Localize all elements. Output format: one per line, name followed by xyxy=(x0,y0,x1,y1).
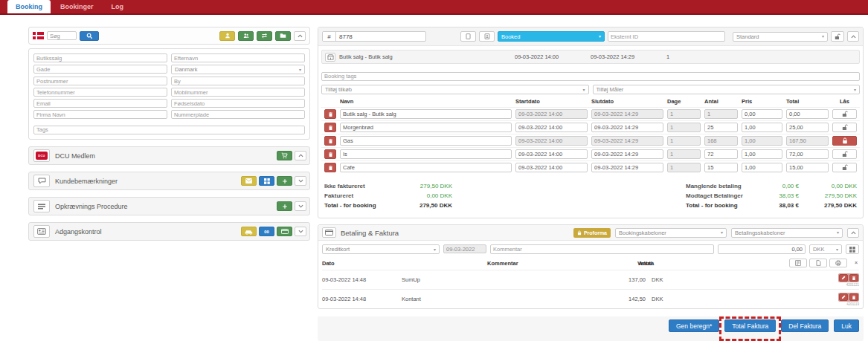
item-pris-input[interactable] xyxy=(742,123,782,132)
unlock-item-button[interactable] xyxy=(832,149,857,159)
collapse-booking-button[interactable] xyxy=(847,31,859,42)
item-pris-input[interactable] xyxy=(742,136,782,146)
status-select[interactable]: Booked▾ xyxy=(498,31,605,42)
tab-booking[interactable]: Booking xyxy=(7,0,51,13)
delete-item-button[interactable] xyxy=(324,123,336,132)
del-faktura-button[interactable]: Del Faktura xyxy=(781,319,829,332)
foedselsdato-field[interactable] xyxy=(171,99,305,108)
gen-beregn-button[interactable]: Gen beregn* xyxy=(669,319,719,332)
booking-tags-input[interactable] xyxy=(321,72,860,81)
item-pris-input[interactable] xyxy=(742,163,782,172)
item-antal-input[interactable] xyxy=(704,109,738,119)
folder-button[interactable] xyxy=(275,31,291,41)
postnummer-field[interactable] xyxy=(33,77,167,85)
efternavn-field[interactable] xyxy=(171,53,305,62)
section-kundebemaerkninger[interactable]: Kundebemærkninger xyxy=(28,172,310,190)
delete-payment-button[interactable] xyxy=(849,293,858,301)
item-start-input[interactable] xyxy=(515,163,588,172)
item-end-input[interactable] xyxy=(591,109,663,119)
item-antal-input[interactable] xyxy=(704,123,738,132)
unlock-item-button[interactable] xyxy=(832,109,857,119)
user-button[interactable] xyxy=(219,31,235,41)
bookingskabeloner-select[interactable]: Bookingskabeloner▾ xyxy=(615,228,727,238)
edit-payment-button[interactable] xyxy=(839,274,848,282)
item-end-input[interactable] xyxy=(591,163,663,172)
item-total-input[interactable] xyxy=(786,109,829,119)
print-button[interactable] xyxy=(829,259,847,267)
email-field[interactable] xyxy=(33,99,167,108)
section-dcu-medlem[interactable]: DCU DCU Medlem xyxy=(28,146,310,165)
card-terminal-button[interactable] xyxy=(789,259,807,267)
payment-amount-input[interactable] xyxy=(718,244,806,254)
betalingsskabeloner-select[interactable]: Betalingsskabeloner▾ xyxy=(731,228,843,238)
add-note-button[interactable] xyxy=(277,176,292,186)
tab-bookinger[interactable]: Bookinger xyxy=(52,0,102,13)
search-button[interactable] xyxy=(80,31,99,41)
item-total-input[interactable] xyxy=(786,149,829,159)
collapse-dcu-button[interactable] xyxy=(295,151,306,160)
item-total-input[interactable] xyxy=(786,163,829,172)
item-pris-input[interactable] xyxy=(742,149,782,159)
unlock-item-button[interactable] xyxy=(832,163,857,172)
item-pris-input[interactable] xyxy=(742,109,782,119)
lock-booking-button[interactable] xyxy=(831,31,844,42)
luk-button[interactable]: Luk xyxy=(834,319,859,332)
tags-field[interactable] xyxy=(33,126,305,134)
item-dage-input[interactable] xyxy=(667,123,701,132)
keypad-button[interactable] xyxy=(846,244,859,254)
eksternt-id-input[interactable] xyxy=(608,31,725,42)
collapse-search-button[interactable] xyxy=(294,31,306,41)
add-maaler-select[interactable]: Tilføj Måler▾ xyxy=(593,85,861,94)
currency-select[interactable]: DKK▾ xyxy=(809,244,842,254)
collapse-payment-button[interactable] xyxy=(847,228,859,238)
item-dage-input[interactable] xyxy=(667,163,701,172)
delete-item-button[interactable] xyxy=(324,109,336,119)
code-button[interactable]: 00 xyxy=(259,227,274,236)
delete-item-button[interactable] xyxy=(324,149,336,159)
customer-search-input[interactable] xyxy=(47,31,77,40)
close-column-icon[interactable]: × xyxy=(855,260,858,265)
document-button[interactable] xyxy=(809,259,827,267)
telefonnummer-field[interactable] xyxy=(33,88,167,97)
nummerplade-field[interactable] xyxy=(171,110,305,119)
item-dage-input[interactable] xyxy=(667,149,701,159)
transfer-button[interactable] xyxy=(257,31,272,41)
member-button[interactable] xyxy=(238,31,254,41)
land-select[interactable]: Danmark▾ xyxy=(171,65,305,74)
tab-log[interactable]: Log xyxy=(103,0,132,13)
item-start-input[interactable] xyxy=(515,123,588,132)
item-antal-input[interactable] xyxy=(704,149,738,159)
edit-payment-button[interactable] xyxy=(839,293,848,301)
keycard-button[interactable] xyxy=(277,227,292,236)
add-procedure-button[interactable] xyxy=(277,201,292,211)
lock-item-button[interactable] xyxy=(832,136,857,146)
payment-date-input[interactable] xyxy=(443,244,486,253)
by-field[interactable] xyxy=(171,77,305,85)
note-button[interactable] xyxy=(241,176,257,186)
contact-button[interactable] xyxy=(479,31,495,42)
item-dage-input[interactable] xyxy=(667,136,701,146)
item-start-input[interactable] xyxy=(515,149,588,159)
item-name-input[interactable] xyxy=(340,109,512,119)
mobilnummer-field[interactable] xyxy=(171,88,305,97)
section-opkraevnings-procedure[interactable]: Opkrævnings Procedure xyxy=(28,197,310,215)
expand-adgang-button[interactable] xyxy=(295,227,306,236)
section-adgangskontrol[interactable]: Adgangskontrol 00 xyxy=(28,222,310,241)
item-antal-input[interactable] xyxy=(704,163,738,172)
item-end-input[interactable] xyxy=(591,149,663,159)
add-tilkoeb-select[interactable]: Tilføj tilkøb▾ xyxy=(321,85,589,94)
item-start-input[interactable] xyxy=(515,136,588,146)
total-faktura-button[interactable]: Total Faktura xyxy=(724,319,776,332)
expand-kunde-button[interactable] xyxy=(295,176,306,186)
item-total-input[interactable] xyxy=(786,123,829,132)
car-button[interactable] xyxy=(241,227,257,236)
item-name-input[interactable] xyxy=(340,163,512,172)
item-name-input[interactable] xyxy=(340,123,512,132)
item-start-input[interactable] xyxy=(515,109,588,119)
delete-payment-button[interactable] xyxy=(849,274,858,282)
unlock-item-button[interactable] xyxy=(832,123,857,132)
item-total-input[interactable] xyxy=(786,136,829,146)
template-select[interactable]: Standard▾ xyxy=(733,32,828,42)
delete-item-button[interactable] xyxy=(324,136,336,146)
item-name-input[interactable] xyxy=(340,136,512,146)
